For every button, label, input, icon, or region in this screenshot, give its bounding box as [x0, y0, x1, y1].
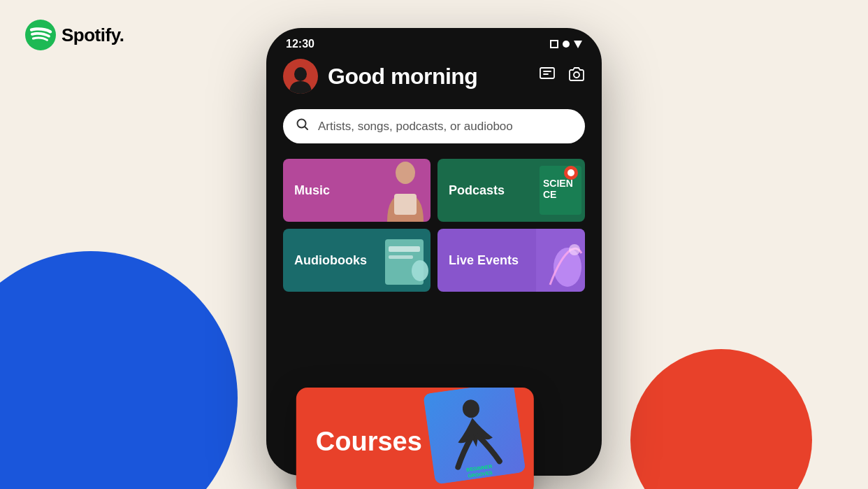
status-time: 12:30: [286, 38, 314, 50]
phone-content: Good morning: [266, 50, 602, 292]
category-live-events[interactable]: Live Events: [437, 229, 585, 292]
course-album-art: BEGINNER GROOVES: [423, 388, 526, 484]
svg-point-11: [567, 169, 574, 176]
avatar[interactable]: [283, 59, 318, 94]
header-row: Good morning: [283, 59, 585, 94]
spotify-wordmark: Spotify.: [62, 24, 124, 46]
bg-circle-red: [630, 349, 812, 489]
courses-card[interactable]: Courses BEGINNER GROOVES: [296, 388, 534, 489]
svg-point-0: [25, 20, 56, 50]
bg-circle-blue: [0, 251, 238, 489]
camera-icon[interactable]: [568, 66, 585, 87]
svg-rect-13: [389, 246, 420, 252]
search-bar[interactable]: Artists, songs, podcasts, or audioboo: [283, 109, 585, 143]
category-live-label: Live Events: [437, 253, 519, 268]
svg-rect-2: [540, 68, 554, 78]
courses-label: Courses: [296, 427, 422, 457]
signal-icon: [550, 40, 558, 48]
status-bar: 12:30: [266, 28, 602, 50]
courses-image-wrap: BEGINNER GROOVES: [429, 388, 534, 489]
audiobooks-image: [382, 229, 431, 292]
battery-icon: [574, 41, 582, 48]
greeting-text: Good morning: [328, 64, 477, 90]
category-podcasts-label: Podcasts: [437, 183, 505, 198]
category-audiobooks[interactable]: Audiobooks: [283, 229, 431, 292]
header-left: Good morning: [283, 59, 477, 94]
svg-text:CE: CE: [543, 189, 556, 200]
live-events-image: [536, 229, 585, 292]
spotify-logo: Spotify.: [25, 20, 124, 50]
svg-point-15: [412, 260, 428, 281]
header-actions: [539, 66, 585, 87]
svg-text:SCIEN: SCIEN: [543, 178, 573, 189]
svg-point-18: [569, 244, 580, 255]
status-icons: [550, 40, 582, 48]
category-music-label: Music: [283, 183, 330, 198]
svg-rect-14: [389, 255, 413, 259]
category-audiobooks-label: Audiobooks: [283, 253, 367, 268]
wifi-icon: [563, 41, 570, 48]
podcasts-image: SCIEN CE: [536, 159, 585, 222]
category-podcasts[interactable]: Podcasts SCIEN CE: [437, 159, 585, 222]
svg-point-5: [396, 162, 415, 184]
category-music[interactable]: Music: [283, 159, 431, 222]
category-grid: Music Podcasts SCIEN: [283, 159, 585, 292]
search-icon: [296, 118, 310, 135]
svg-point-1: [294, 67, 307, 81]
search-placeholder-text: Artists, songs, podcasts, or audioboo: [318, 120, 513, 134]
message-icon[interactable]: [539, 66, 556, 87]
svg-point-3: [574, 72, 579, 78]
svg-rect-6: [394, 194, 417, 215]
